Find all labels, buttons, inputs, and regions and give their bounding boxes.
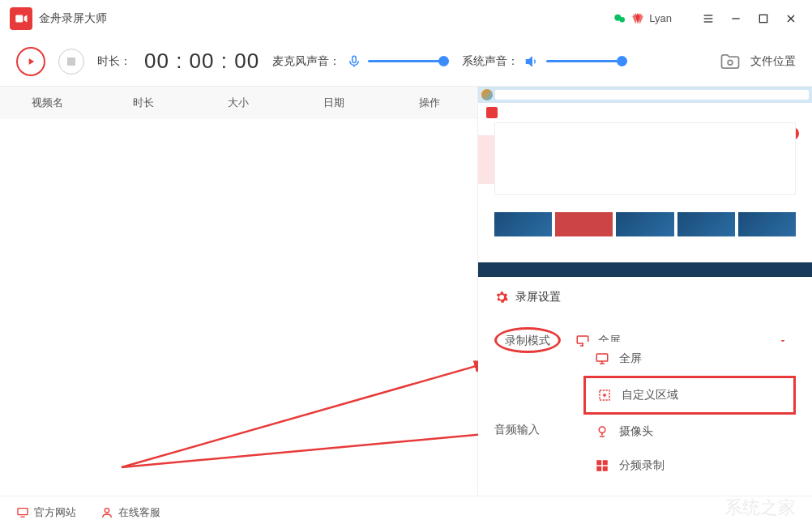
close-button[interactable] (780, 7, 802, 30)
website-label: 官方网站 (34, 505, 76, 520)
th-size[interactable]: 大小 (191, 87, 287, 119)
dropdown-label: 全屏 (619, 351, 642, 366)
app-logo (10, 7, 32, 30)
crop-icon (597, 388, 612, 402)
settings-title: 录屏设置 (515, 290, 561, 304)
svg-point-2 (620, 17, 626, 23)
mic-icon[interactable] (347, 54, 361, 69)
file-location-button[interactable]: 文件位置 (716, 50, 796, 73)
vip-diamond-icon (631, 12, 644, 25)
support-link[interactable]: 在线客服 (100, 505, 160, 520)
menu-button[interactable] (697, 7, 720, 30)
th-action[interactable]: 操作 (382, 87, 477, 119)
svg-point-11 (728, 60, 733, 65)
toolbar: 时长： 00 : 00 : 00 麦克风声音： 系统声音： 文件位置 (0, 36, 812, 87)
svg-rect-17 (596, 354, 608, 361)
svg-rect-27 (603, 466, 608, 471)
preview-area (478, 87, 812, 277)
mic-slider[interactable] (368, 60, 449, 62)
file-location-label: 文件位置 (750, 54, 796, 69)
svg-rect-0 (15, 15, 23, 22)
table-body (0, 119, 477, 496)
maximize-button[interactable] (752, 7, 775, 30)
svg-rect-28 (18, 508, 28, 514)
camera-icon (595, 424, 609, 439)
svg-point-30 (105, 508, 109, 512)
website-link[interactable]: 官方网站 (16, 505, 76, 520)
bottombar: 官方网站 在线客服 (0, 496, 812, 528)
dropdown-label: 分频录制 (619, 458, 665, 473)
duration-label: 时长： (97, 54, 131, 69)
system-audio-label: 系统声音： (462, 54, 519, 69)
svg-rect-25 (603, 460, 608, 465)
settings-panel: 录屏设置 录制模式 全屏 全屏 自定义区域 (478, 277, 812, 496)
system-audio-control: 系统声音： (462, 54, 627, 69)
svg-rect-26 (596, 466, 601, 471)
content: 视频名 时长 大小 日期 操作 (0, 87, 812, 496)
grid-icon (595, 458, 609, 473)
audio-input-label: 音频输入 (494, 423, 567, 437)
preview-settings-pane: 录屏设置 录制模式 全屏 全屏 自定义区域 (478, 87, 812, 496)
mode-label: 录制模式 (494, 334, 567, 348)
app-title: 金舟录屏大师 (39, 11, 107, 26)
wechat-icon (613, 12, 626, 25)
titlebar: 金舟录屏大师 Lyan (0, 0, 812, 36)
th-duration[interactable]: 时长 (96, 87, 191, 119)
th-name[interactable]: 视频名 (0, 87, 96, 119)
stop-button[interactable] (58, 49, 84, 75)
support-label: 在线客服 (118, 505, 160, 520)
monitor-icon (16, 506, 29, 519)
recordings-list-pane: 视频名 时长 大小 日期 操作 (0, 87, 478, 496)
table-header: 视频名 时长 大小 日期 操作 (0, 87, 477, 119)
svg-rect-10 (353, 56, 357, 62)
dropdown-label: 摄像头 (619, 424, 653, 439)
svg-rect-7 (759, 15, 767, 22)
mode-dropdown: 全屏 自定义区域 摄像头 分频录制 (583, 342, 796, 483)
svg-rect-24 (596, 460, 601, 465)
duration-value: 00 : 00 : 00 (144, 49, 259, 74)
gear-icon (494, 290, 509, 304)
record-button[interactable] (16, 47, 45, 76)
mic-label: 麦克风声音： (272, 54, 340, 69)
svg-line-12 (122, 362, 478, 467)
speaker-icon[interactable] (525, 54, 540, 69)
monitor-icon (595, 351, 609, 366)
folder-icon (716, 50, 744, 73)
dropdown-custom-area[interactable]: 自定义区域 (583, 376, 796, 415)
mic-control: 麦克风声音： (272, 54, 449, 69)
th-date[interactable]: 日期 (286, 87, 382, 119)
dropdown-split[interactable]: 分频录制 (583, 449, 796, 483)
dropdown-label: 自定义区域 (622, 388, 678, 402)
dropdown-camera[interactable]: 摄像头 (583, 415, 796, 449)
svg-line-13 (122, 427, 478, 467)
support-icon (100, 506, 113, 519)
minimize-button[interactable] (724, 7, 747, 30)
dropdown-fullscreen[interactable]: 全屏 (583, 342, 796, 376)
system-audio-slider[interactable] (546, 60, 627, 62)
svg-point-23 (599, 427, 605, 433)
user-name[interactable]: Lyan (649, 12, 672, 24)
